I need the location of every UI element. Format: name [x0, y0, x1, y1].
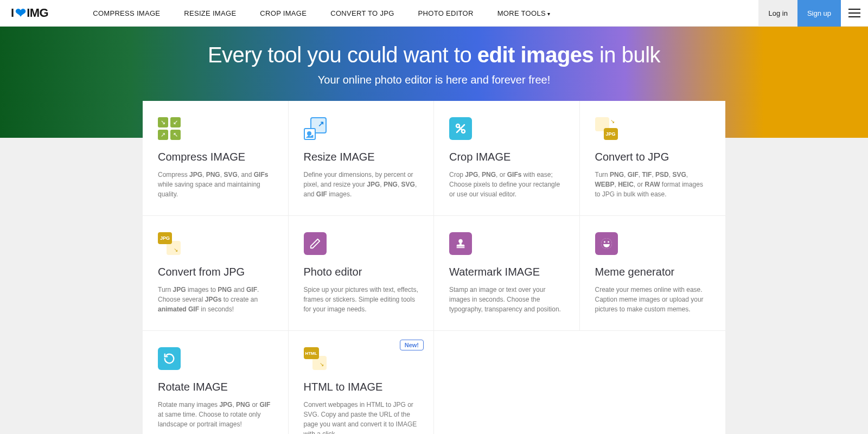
nav-compress[interactable]: COMPRESS IMAGE	[81, 9, 172, 17]
login-button[interactable]: Log in	[758, 0, 797, 27]
tools-grid: ↘↙↗↖ Compress IMAGE Compress JPG, PNG, S…	[143, 101, 725, 434]
html-to-image-icon: HTML↘	[304, 347, 327, 370]
convert-from-jpg-icon: JPG↘	[158, 232, 181, 255]
tool-meme[interactable]: Meme generator Create your memes online …	[580, 216, 726, 331]
tools-grid-wrap: ↘↙↗↖ Compress IMAGE Compress JPG, PNG, S…	[143, 101, 725, 434]
svg-line-4	[461, 125, 464, 128]
tool-compress[interactable]: ↘↙↗↖ Compress IMAGE Compress JPG, PNG, S…	[143, 101, 289, 216]
tool-desc: Crop JPG, PNG, or GIFs with ease; Choose…	[449, 170, 564, 199]
smile-icon	[595, 232, 618, 255]
svg-rect-5	[457, 247, 465, 248]
svg-line-3	[457, 129, 460, 132]
nav-editor[interactable]: PHOTO EDITOR	[406, 9, 486, 17]
logo-prefix: I	[11, 6, 14, 20]
svg-point-9	[608, 241, 609, 243]
main-header: I ❤ IMG COMPRESS IMAGE RESIZE IMAGE CROP…	[0, 0, 868, 27]
tool-html-to-image[interactable]: New! HTML↘ HTML to IMAGE Convert webpage…	[289, 331, 435, 434]
tool-convert-from-jpg[interactable]: JPG↘ Convert from JPG Turn JPG images to…	[143, 216, 289, 331]
tool-desc: Spice up your pictures with text, effect…	[304, 285, 419, 314]
hamburger-menu-icon[interactable]	[841, 0, 868, 27]
tool-title: Crop IMAGE	[449, 151, 564, 163]
tool-title: Photo editor	[304, 266, 419, 278]
new-badge: New!	[400, 340, 424, 350]
tool-watermark[interactable]: Watermark IMAGE Stamp an image or text o…	[434, 216, 580, 331]
svg-point-8	[604, 241, 605, 243]
tool-crop[interactable]: Crop IMAGE Crop JPG, PNG, or GIFs with e…	[434, 101, 580, 216]
resize-icon: ↗	[304, 117, 327, 140]
tool-desc: Define your dimensions, by percent or pi…	[304, 170, 419, 199]
hero-title: Every tool you could want to edit images…	[0, 43, 868, 67]
tool-desc: Turn JPG images to PNG and GIF. Choose s…	[158, 285, 273, 314]
tool-desc: Convert webpages in HTML to JPG or SVG. …	[304, 400, 419, 434]
nav-crop[interactable]: CROP IMAGE	[248, 9, 318, 17]
compress-icon: ↘↙↗↖	[158, 117, 181, 140]
hero-subtitle: Your online photo editor is here and for…	[0, 74, 868, 86]
heart-icon: ❤	[15, 5, 26, 21]
tool-title: HTML to IMAGE	[304, 381, 419, 393]
tool-title: Watermark IMAGE	[449, 266, 564, 278]
tool-title: Meme generator	[595, 266, 711, 278]
tool-title: Compress IMAGE	[158, 151, 273, 163]
header-actions: Log in Sign up	[758, 0, 868, 26]
tool-desc: Compress JPG, PNG, SVG, and GIFs while s…	[158, 170, 273, 199]
pencil-icon	[304, 232, 327, 255]
nav-more[interactable]: MORE TOOLS▾	[486, 9, 563, 17]
nav-convert[interactable]: CONVERT TO JPG	[318, 9, 406, 17]
nav-resize[interactable]: RESIZE IMAGE	[172, 9, 248, 17]
tool-desc: Turn PNG, GIF, TIF, PSD, SVG, WEBP, HEIC…	[595, 170, 711, 199]
tool-title: Convert from JPG	[158, 266, 273, 278]
tool-desc: Stamp an image or text over your images …	[449, 285, 564, 314]
main-nav: COMPRESS IMAGE RESIZE IMAGE CROP IMAGE C…	[81, 9, 758, 17]
chevron-down-icon: ▾	[547, 11, 550, 17]
stamp-icon	[449, 232, 472, 255]
tool-photo-editor[interactable]: Photo editor Spice up your pictures with…	[289, 216, 435, 331]
tool-convert-to-jpg[interactable]: ↘JPG Convert to JPG Turn PNG, GIF, TIF, …	[580, 101, 726, 216]
rotate-icon	[158, 347, 181, 370]
tool-title: Rotate IMAGE	[158, 381, 273, 393]
tool-desc: Create your memes online with ease. Capt…	[595, 285, 711, 314]
signup-button[interactable]: Sign up	[797, 0, 841, 27]
tool-title: Convert to JPG	[595, 151, 711, 163]
convert-to-jpg-icon: ↘JPG	[595, 117, 618, 140]
tool-resize[interactable]: ↗ Resize IMAGE Define your dimensions, b…	[289, 101, 435, 216]
tool-title: Resize IMAGE	[304, 151, 419, 163]
tool-rotate[interactable]: Rotate IMAGE Rotate many images JPG, PNG…	[143, 331, 289, 434]
logo[interactable]: I ❤ IMG	[0, 5, 59, 21]
logo-suffix: IMG	[27, 6, 48, 20]
tool-desc: Rotate many images JPG, PNG or GIF at sa…	[158, 400, 273, 429]
crop-icon	[449, 117, 472, 140]
